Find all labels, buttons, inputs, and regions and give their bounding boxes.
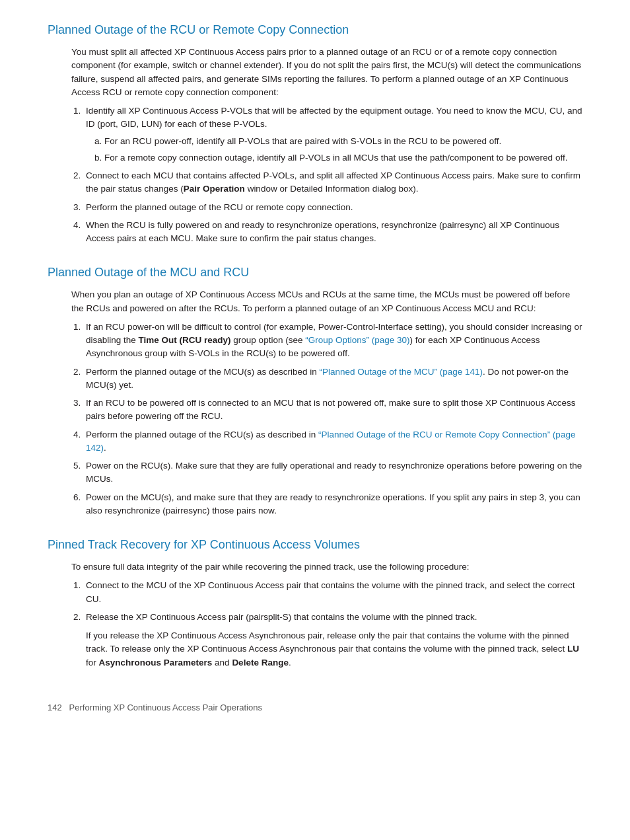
link-group-options[interactable]: “Group Options” (page 30) [305, 335, 409, 345]
step-text: Perform the planned outage of the RCU or… [86, 202, 353, 212]
list-item: If an RCU to be powered off is connected… [83, 397, 582, 424]
section-title-pinned-track: Pinned Track Recovery for XP Continuous … [48, 536, 582, 554]
bold-text: Pair Operation [184, 184, 245, 194]
bold-text: Asynchronous Parameters [99, 658, 213, 668]
step-text: Perform the planned outage of the RCU(s)… [86, 430, 575, 453]
list-item: Power on the RCU(s). Make sure that they… [83, 459, 582, 486]
bold-text: LU [567, 644, 579, 654]
substep-list: For an RCU power-off, identify all P-VOL… [104, 135, 582, 165]
section-intro-rcu-remote-copy: You must split all affected XP Continuou… [71, 46, 582, 99]
list-item: Release the XP Continuous Access pair (p… [83, 611, 582, 669]
footer-text: Performing XP Continuous Access Pair Ope… [69, 703, 262, 712]
step-text: When the RCU is fully powered on and rea… [86, 220, 559, 243]
list-item: When the RCU is fully powered on and rea… [83, 219, 582, 246]
link-planned-outage-mcu[interactable]: “Planned Outage of the MCU” (page 141) [319, 367, 483, 377]
list-item: Perform the planned outage of the MCU(s)… [83, 365, 582, 393]
bold-text: Time Out (RCU ready) [139, 335, 231, 345]
page-content: Planned Outage of the RCU or Remote Copy… [48, 21, 582, 714]
list-item: If an RCU power-on will be difficult to … [83, 321, 582, 361]
section-title-rcu-remote-copy: Planned Outage of the RCU or Remote Copy… [48, 21, 582, 39]
list-item: Power on the MCU(s), and make sure that … [83, 491, 582, 518]
section-rcu-remote-copy-list: Identify all XP Continuous Access P-VOLs… [83, 104, 582, 245]
section-intro-pinned-track: To ensure full data integrity of the pai… [71, 560, 582, 574]
substep-text: For an RCU power-off, identify all P-VOL… [104, 136, 501, 146]
step-text: Connect to each MCU that contains affect… [86, 171, 580, 194]
list-item: Identify all XP Continuous Access P-VOLs… [83, 104, 582, 165]
step-text: Connect to the MCU of the XP Continuous … [86, 580, 575, 603]
step-text: Power on the MCU(s), and make sure that … [86, 492, 580, 515]
section-intro-mcu-rcu: When you plan an outage of XP Continuous… [71, 288, 582, 315]
section-title-mcu-rcu: Planned Outage of the MCU and RCU [48, 264, 582, 282]
step-text: If an RCU power-on will be difficult to … [86, 322, 582, 359]
section-mcu-rcu-list: If an RCU power-on will be difficult to … [83, 321, 582, 517]
substep-text: For a remote copy connection outage, ide… [104, 153, 567, 163]
list-item: Perform the planned outage of the RCU or… [83, 201, 582, 214]
list-item: Connect to each MCU that contains affect… [83, 169, 582, 196]
list-item: For an RCU power-off, identify all P-VOL… [104, 135, 582, 148]
section-pinned-track-list: Connect to the MCU of the XP Continuous … [83, 579, 582, 669]
link-planned-outage-rcu[interactable]: “Planned Outage of the RCU or Remote Cop… [86, 430, 575, 453]
step-text: If an RCU to be powered off is connected… [86, 398, 575, 421]
step-text: Perform the planned outage of the MCU(s)… [86, 367, 569, 390]
step-note: If you release the XP Continuous Access … [86, 629, 582, 669]
list-item: Perform the planned outage of the RCU(s)… [83, 428, 582, 455]
list-item: Connect to the MCU of the XP Continuous … [83, 579, 582, 606]
step-text: Identify all XP Continuous Access P-VOLs… [86, 106, 582, 129]
page-number: 142 [48, 703, 62, 712]
step-text: Release the XP Continuous Access pair (p… [86, 612, 477, 622]
step-text: Power on the RCU(s). Make sure that they… [86, 461, 582, 484]
bold-text: Delete Range [232, 658, 289, 668]
page-footer: 142 Performing XP Continuous Access Pair… [48, 701, 582, 714]
list-item: For a remote copy connection outage, ide… [104, 151, 582, 165]
